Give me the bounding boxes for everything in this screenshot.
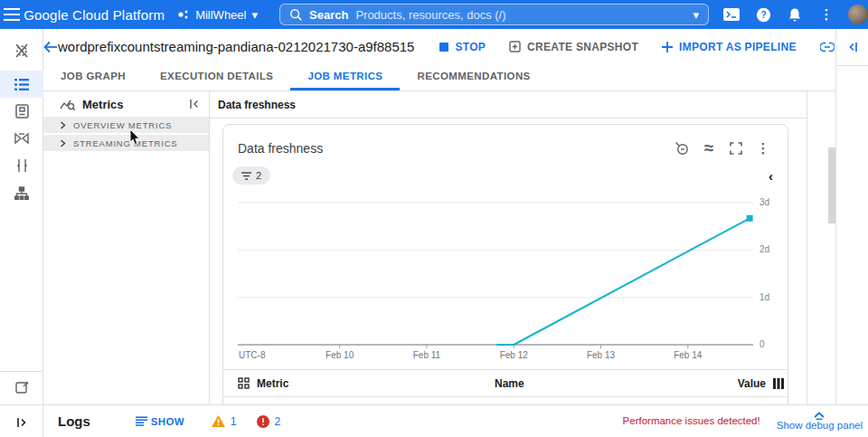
- nav-pipelines-icon[interactable]: [0, 152, 43, 179]
- grid-icon: [238, 377, 250, 389]
- right-info-rail: [835, 29, 868, 404]
- svg-text:Feb 12: Feb 12: [500, 350, 529, 360]
- chevron-up-icon: [814, 412, 825, 420]
- nav-snapshots-icon[interactable]: [0, 125, 43, 152]
- dataflow-logo-icon: [0, 37, 43, 64]
- plus-icon: [662, 42, 673, 52]
- nav-job-builder-icon[interactable]: [0, 179, 43, 206]
- section-overview-metrics[interactable]: OVERVIEW METRICS: [43, 117, 209, 133]
- stop-icon: [439, 43, 448, 52]
- chevron-right-icon: [60, 139, 66, 147]
- project-picker[interactable]: MillWheel ▾: [177, 8, 258, 22]
- import-as-pipeline-button[interactable]: IMPORT AS PIPELINE: [662, 41, 797, 53]
- svg-text:Feb 10: Feb 10: [326, 350, 354, 360]
- metric-table-header: Metric Name Value: [223, 370, 788, 397]
- warning-count-badge[interactable]: 1: [212, 415, 237, 428]
- collapse-legend-icon[interactable]: ‹: [769, 169, 773, 183]
- create-snapshot-button[interactable]: CREATE SNAPSHOT: [509, 41, 638, 53]
- error-icon: [257, 415, 269, 428]
- job-title: wordprefixcountstreaming-pandiana-021202…: [58, 39, 414, 54]
- account-avatar[interactable]: [848, 5, 868, 24]
- data-freshness-card: Data freshness ≈ ⋮ 2 ‹ 01d2d3dFeb 10Feb …: [222, 124, 788, 404]
- chart-title: Data freshness: [238, 141, 668, 156]
- tab-job-graph[interactable]: JOB GRAPH: [43, 63, 143, 90]
- table-row: ALIGN_MAX Max 2.67d: [223, 397, 788, 404]
- chevron-right-icon: [60, 121, 66, 129]
- metrics-panel-title: Metrics: [82, 98, 182, 111]
- search-placeholder: Products, resources, docs (/): [355, 8, 685, 22]
- collapse-info-panel-icon[interactable]: [836, 29, 868, 66]
- nav-divider: [0, 404, 43, 405]
- link-icon: [820, 42, 835, 52]
- tab-job-metrics[interactable]: JOB METRICS: [290, 63, 400, 90]
- chart-more-menu-icon[interactable]: ⋮: [750, 138, 777, 159]
- gcp-logo[interactable]: Google Cloud Platform: [24, 7, 165, 23]
- svg-text:0: 0: [760, 339, 765, 349]
- more-vert-icon[interactable]: ⋮: [816, 5, 836, 24]
- filter-icon: [241, 172, 251, 180]
- chevron-down-icon: ▾: [251, 8, 258, 22]
- svg-text:3d: 3d: [760, 197, 769, 207]
- filter-count: 2: [256, 170, 261, 181]
- help-icon[interactable]: ?: [753, 5, 773, 24]
- metrics-panel-header: Metrics: [43, 91, 209, 117]
- list-icon: [136, 416, 147, 426]
- warning-icon: [212, 415, 225, 427]
- logs-title: Logs: [58, 413, 90, 429]
- topbar-actions: ? ⋮: [722, 5, 868, 24]
- tab-recommendations[interactable]: RECOMMENDATIONS: [400, 63, 547, 90]
- svg-text:Feb 13: Feb 13: [587, 350, 616, 360]
- svg-text:1d: 1d: [760, 292, 769, 302]
- svg-text:2d: 2d: [760, 244, 769, 254]
- notifications-bell-icon[interactable]: [785, 5, 805, 24]
- zoom-reset-icon[interactable]: [668, 138, 695, 159]
- vertical-scrollbar[interactable]: [828, 147, 835, 223]
- error-count-badge[interactable]: 2: [257, 415, 281, 428]
- section-streaming-metrics[interactable]: STREAMING METRICS: [43, 135, 209, 151]
- filter-chip[interactable]: 2: [232, 166, 270, 185]
- cloud-shell-icon[interactable]: [722, 5, 741, 24]
- search-label: Search: [309, 8, 348, 22]
- project-icon: [177, 8, 190, 21]
- show-logs-button[interactable]: SHOW: [136, 416, 184, 427]
- smoothing-icon[interactable]: ≈: [695, 138, 722, 159]
- release-notes-icon[interactable]: [0, 374, 43, 401]
- dataflow-nav-rail: [0, 29, 43, 437]
- metrics-panel: Metrics OVERVIEW METRICS STREAMING METRI…: [43, 91, 210, 404]
- back-arrow-icon[interactable]: [43, 29, 58, 64]
- svg-text:Feb 14: Feb 14: [674, 350, 703, 360]
- svg-text:?: ?: [760, 10, 766, 20]
- search-input[interactable]: Search Products, resources, docs (/) ▾: [279, 4, 709, 25]
- performance-alert-text: Performance issues detected!: [623, 415, 760, 426]
- job-metrics-content: Data freshness Data freshness ≈ ⋮ 2 ‹ 01…: [210, 91, 807, 404]
- metric-table: Metric Name Value ALIGN_MAX Max 2.67d: [223, 369, 788, 404]
- column-settings-icon[interactable]: [773, 378, 784, 389]
- nav-notebooks-icon[interactable]: [0, 98, 43, 125]
- tab-execution-details[interactable]: EXECUTION DETAILS: [143, 63, 290, 90]
- collapse-metrics-panel-icon[interactable]: [189, 99, 200, 109]
- section-heading: Data freshness: [210, 91, 807, 119]
- fullscreen-icon[interactable]: [722, 138, 750, 159]
- search-icon: [289, 8, 302, 21]
- svg-text:Feb 11: Feb 11: [413, 350, 441, 360]
- top-app-bar: Google Cloud Platform MillWheel ▾ Search…: [0, 0, 868, 29]
- show-debug-panel-button[interactable]: Show debug panel: [777, 412, 863, 432]
- nav-jobs-icon[interactable]: [0, 71, 43, 98]
- data-freshness-chart[interactable]: 01d2d3dFeb 10Feb 11Feb 12Feb 13Feb 14UTC…: [238, 190, 775, 366]
- logs-footer: Logs SHOW 1 2 Performance issues detecte…: [0, 404, 868, 437]
- menu-icon[interactable]: [0, 0, 24, 29]
- expand-panel-icon[interactable]: [0, 409, 43, 436]
- search-expand-icon[interactable]: ▾: [693, 8, 699, 22]
- project-name: MillWheel: [195, 8, 246, 22]
- add-box-icon: [509, 41, 521, 52]
- svg-text:UTC-8: UTC-8: [239, 350, 266, 360]
- metrics-explorer-icon: [60, 98, 75, 110]
- job-tabs: JOB GRAPH EXECUTION DETAILS JOB METRICS …: [43, 64, 835, 91]
- stop-button[interactable]: STOP: [439, 41, 486, 53]
- job-action-bar: wordprefixcountstreaming-pandiana-021202…: [43, 29, 835, 64]
- nav-divider: [0, 371, 43, 372]
